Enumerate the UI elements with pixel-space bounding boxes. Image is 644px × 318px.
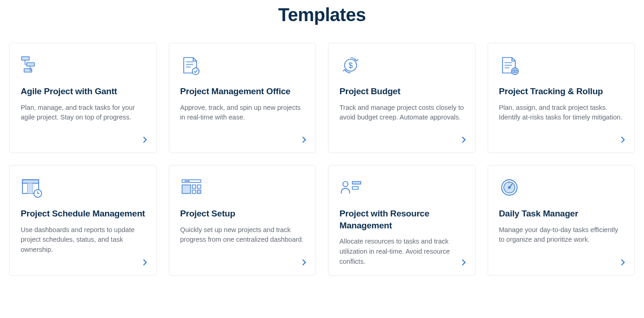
card-title: Agile Project with Gantt	[21, 85, 145, 97]
card-description: Quickly set up new projects and track pr…	[180, 225, 305, 267]
template-card-tracking-rollup[interactable]: Project Tracking & Rollup Plan, assign, …	[488, 43, 635, 153]
dashboard-tiles-icon	[180, 176, 206, 199]
card-description: Allocate resources to tasks and track ut…	[339, 237, 464, 267]
svg-rect-24	[192, 185, 196, 188]
card-description: Approve, track, and spin up new projects…	[180, 103, 305, 144]
svg-point-35	[509, 182, 510, 183]
card-description: Manage your day-to-day tasks efficiently…	[499, 225, 624, 267]
chevron-right-icon	[621, 136, 625, 145]
gantt-icon	[21, 54, 46, 76]
svg-rect-27	[197, 190, 201, 193]
template-card-daily-task-manager[interactable]: Daily Task Manager Manage your day-to-da…	[488, 165, 635, 276]
document-check-icon	[180, 54, 206, 76]
chevron-right-icon	[462, 136, 466, 145]
svg-rect-0	[22, 57, 29, 60]
card-description: Use dashboards and reports to update pro…	[21, 225, 145, 267]
svg-point-6	[192, 68, 199, 75]
template-card-resource-management[interactable]: Project with Resource Management Allocat…	[328, 165, 476, 276]
svg-rect-25	[197, 185, 201, 188]
templates-grid: Agile Project with Gantt Plan, manage, a…	[9, 43, 635, 276]
template-card-pmo[interactable]: Project Management Office Approve, track…	[169, 43, 316, 153]
template-card-project-setup[interactable]: Project Setup Quickly set up new project…	[169, 165, 316, 276]
card-description: Plan, assign, and track project tasks. I…	[499, 103, 624, 144]
template-card-agile-gantt[interactable]: Agile Project with Gantt Plan, manage, a…	[9, 43, 157, 153]
svg-point-14	[514, 71, 515, 72]
card-title: Project with Resource Management	[339, 208, 464, 231]
template-card-budget[interactable]: $ Project Budget Track and manage projec…	[328, 43, 476, 153]
svg-rect-26	[192, 190, 196, 193]
page-title: Templates	[9, 5, 635, 25]
svg-text:$: $	[348, 61, 353, 70]
svg-rect-23	[182, 185, 190, 193]
person-resource-icon	[339, 176, 365, 199]
card-description: Track and manage project costs closely t…	[339, 103, 464, 144]
chevron-right-icon	[302, 258, 306, 268]
svg-rect-16	[23, 180, 39, 183]
svg-rect-29	[352, 182, 361, 184]
dollar-cycle-icon: $	[339, 54, 365, 76]
svg-rect-22	[184, 181, 190, 182]
card-title: Project Tracking & Rollup	[499, 85, 624, 97]
card-description: Plan, manage, and track tasks for your a…	[21, 103, 145, 144]
gauge-icon	[499, 176, 525, 199]
card-title: Project Setup	[180, 208, 305, 220]
chevron-right-icon	[302, 136, 306, 145]
card-title: Daily Task Manager	[499, 208, 624, 220]
chevron-right-icon	[621, 258, 625, 268]
card-title: Project Management Office	[180, 85, 305, 97]
card-title: Project Budget	[339, 85, 464, 97]
chevron-right-icon	[143, 136, 147, 145]
svg-point-28	[343, 182, 348, 187]
svg-rect-30	[352, 187, 358, 189]
svg-rect-19	[28, 183, 33, 193]
chevron-right-icon	[462, 258, 466, 268]
document-eye-icon	[499, 54, 525, 76]
template-card-schedule-management[interactable]: Project Schedule Management Use dashboar…	[9, 165, 157, 276]
schedule-clock-icon	[21, 176, 46, 199]
chevron-right-icon	[143, 258, 147, 268]
svg-rect-1	[27, 62, 34, 66]
card-title: Project Schedule Management	[21, 208, 145, 220]
